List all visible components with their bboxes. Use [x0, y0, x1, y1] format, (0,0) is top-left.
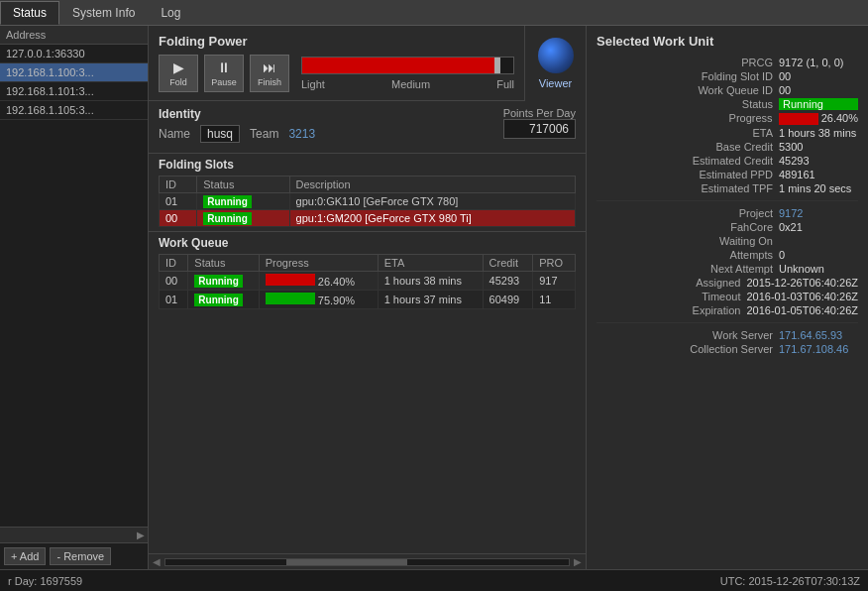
fp-label-light: Light	[301, 78, 325, 90]
fp-slider-bar[interactable]	[301, 57, 514, 74]
play-icon: ▶	[173, 59, 184, 75]
next-attempt-label: Next Attempt	[710, 263, 773, 275]
wu-eta-value: 1 hours 38 mins	[779, 127, 858, 139]
wq-eta-1: 1 hours 38 mins	[378, 272, 483, 291]
assigned-label: Assigned	[696, 277, 740, 289]
wq-status-1: Running	[188, 272, 259, 291]
timeout-value: 2016-01-03T06:40:26Z	[746, 291, 858, 302]
attempts-value: 0	[779, 249, 858, 261]
wu-progress-bar	[779, 113, 818, 125]
attempts-label: Attempts	[730, 249, 773, 261]
wq-id-2: 01	[160, 291, 188, 309]
table-row[interactable]: 00 Running gpu:1:GM200 [GeForce GTX 980 …	[160, 210, 576, 227]
wq-progress-bar-2	[266, 293, 315, 304]
wu-eta-row: ETA 1 hours 38 mins	[597, 127, 858, 139]
project-label: Project	[739, 207, 773, 219]
remove-button[interactable]: - Remove	[50, 547, 111, 565]
wq-credit-2: 60499	[483, 291, 533, 309]
work-server-value[interactable]: 171.64.65.93	[779, 329, 858, 341]
sidebar-scroll-arrow[interactable]: ▶	[137, 530, 145, 540]
wq-col-eta: ETA	[378, 255, 483, 272]
sidebar-item-addr2[interactable]: 192.168.1.100:3...	[0, 63, 148, 82]
folding-slots-table: ID Status Description 01 Running gpu:0:G…	[159, 176, 576, 227]
identity-ppd-row: Identity Name husq Team 3213 Points Per …	[159, 107, 576, 143]
right-panel-title: Selected Work Unit	[597, 34, 858, 49]
prcg-row: PRCG 9172 (1, 0, 0)	[597, 57, 858, 68]
scroll-thumb	[286, 559, 407, 565]
project-row: Project 9172	[597, 207, 858, 219]
scroll-left-arrow[interactable]: ◀	[153, 556, 161, 567]
ppd-box: Points Per Day 717006	[503, 107, 576, 139]
tab-system-info[interactable]: System Info	[59, 1, 148, 25]
ppd-value: 717006	[503, 119, 576, 139]
sidebar-item-addr4[interactable]: 192.168.1.105:3...	[0, 101, 148, 120]
add-button[interactable]: + Add	[4, 547, 46, 565]
main-layout: Address 127.0.0.1:36330 192.168.1.100:3.…	[0, 26, 868, 569]
waiting-row: Waiting On	[597, 235, 858, 247]
table-row[interactable]: 01 Running 75.90% 1 hours 37 mins 60499 …	[160, 291, 576, 309]
pause-label: Pause	[211, 77, 237, 87]
wq-col-credit: Credit	[483, 255, 533, 272]
wu-status-row: Status Running	[597, 98, 858, 110]
wq-col-progress: Progress	[259, 255, 378, 272]
work-queue-table: ID Status Progress ETA Credit PRO 00 Run…	[159, 254, 576, 309]
ppd-label: Points Per Day	[503, 107, 576, 119]
finish-button[interactable]: ⏭ Finish	[250, 55, 289, 92]
base-credit-label: Base Credit	[716, 141, 773, 153]
sidebar-item-addr3[interactable]: 192.168.1.101:3...	[0, 82, 148, 101]
next-attempt-value: Unknown	[779, 263, 858, 275]
folding-power-section: Folding Power ▶ Fold ⏸ Pause ⏭	[149, 26, 524, 101]
fp-slider-area[interactable]: Light Medium Full	[301, 57, 514, 90]
wu-progress-row: Progress 26.40%	[597, 112, 858, 125]
wq-progress-2: 75.90%	[259, 291, 378, 309]
sidebar-header: Address	[0, 26, 148, 45]
prcg-label: PRCG	[741, 57, 773, 68]
fsid-row: Folding Slot ID 00	[597, 70, 858, 82]
table-row[interactable]: 00 Running 26.40% 1 hours 38 mins 45293 …	[160, 272, 576, 291]
est-ppd-label: Estimated PPD	[699, 169, 773, 180]
name-label: Name	[159, 127, 190, 141]
slot-desc-1: gpu:0:GK110 [GeForce GTX 780]	[289, 193, 575, 210]
sidebar-item-addr1[interactable]: 127.0.0.1:36330	[0, 45, 148, 63]
fold-button[interactable]: ▶ Fold	[159, 55, 198, 92]
scroll-right-arrow[interactable]: ▶	[574, 556, 582, 567]
assigned-value: 2015-12-26T06:40:26Z	[746, 277, 858, 289]
name-value: husq	[200, 125, 240, 143]
status-bar: r Day: 1697559 UTC: 2015-12-26T07:30:13Z	[0, 569, 868, 591]
work-queue-title: Work Queue	[159, 236, 576, 250]
team-value[interactable]: 3213	[288, 127, 315, 141]
wu-progress-value: 26.40%	[779, 112, 858, 125]
bottom-scrollbar[interactable]: ◀ ▶	[149, 553, 586, 569]
fp-label-medium: Medium	[391, 78, 430, 90]
slot-status-2: Running	[197, 210, 289, 227]
est-credit-label: Estimated Credit	[693, 155, 773, 167]
wqid-row: Work Queue ID 00	[597, 84, 858, 96]
divider-2	[597, 322, 858, 323]
col-id: ID	[160, 177, 197, 193]
sidebar-scroll: ▶	[0, 527, 148, 542]
tab-log[interactable]: Log	[148, 1, 193, 25]
work-queue-section: Work Queue ID Status Progress ETA Credit…	[149, 232, 586, 553]
base-credit-value: 5300	[779, 141, 858, 153]
table-row[interactable]: 01 Running gpu:0:GK110 [GeForce GTX 780]	[160, 193, 576, 210]
wu-status-label: Status	[742, 98, 773, 110]
fp-slider-handle[interactable]	[494, 58, 500, 73]
divider-1	[597, 200, 858, 201]
wu-progress-label: Progress	[729, 112, 773, 125]
col-status: Status	[197, 177, 289, 193]
collection-server-value[interactable]: 171.67.108.46	[779, 343, 858, 355]
scroll-track[interactable]	[164, 558, 570, 566]
pause-button[interactable]: ⏸ Pause	[204, 55, 244, 92]
project-value[interactable]: 9172	[779, 207, 858, 219]
pause-icon: ⏸	[217, 59, 231, 75]
expiration-label: Expiration	[693, 304, 741, 316]
finish-label: Finish	[258, 77, 281, 87]
wq-progress-1: 26.40%	[259, 272, 378, 291]
viewer-button[interactable]: Viewer	[524, 26, 586, 101]
wu-eta-label: ETA	[752, 127, 773, 139]
tab-bar: Status System Info Log	[0, 0, 868, 26]
folding-slots-title: Folding Slots	[159, 158, 576, 172]
center-content: Folding Power ▶ Fold ⏸ Pause ⏭	[149, 26, 586, 569]
folding-slots-section: Folding Slots ID Status Description 01 R…	[149, 154, 586, 232]
tab-status[interactable]: Status	[0, 1, 59, 25]
